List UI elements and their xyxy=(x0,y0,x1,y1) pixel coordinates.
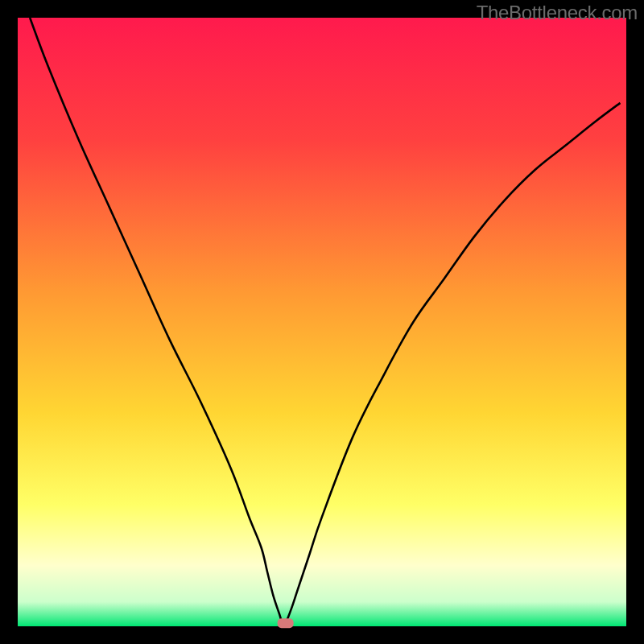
bottleneck-chart: TheBottleneck.com xyxy=(0,0,644,644)
watermark-text: TheBottleneck.com xyxy=(477,2,638,24)
chart-canvas xyxy=(0,0,644,644)
plot-background xyxy=(18,18,626,626)
optimal-point-marker xyxy=(278,618,294,628)
